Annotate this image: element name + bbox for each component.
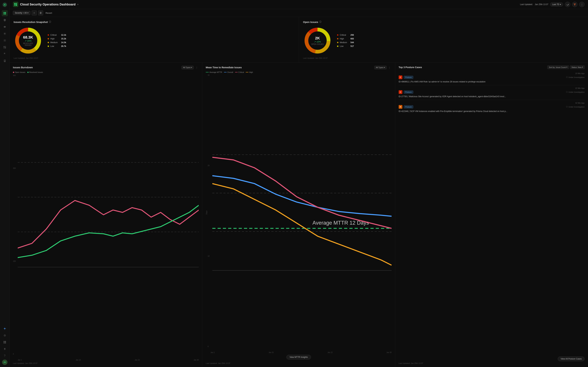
open-footer: Last Updated: Jan 25th 13:37	[303, 57, 584, 59]
sidebar-item-list[interactable]	[2, 37, 8, 43]
sidebar-item-puzzle[interactable]	[2, 51, 8, 57]
mttr-overall-legend: Overall	[224, 71, 233, 73]
svg-rect-17	[4, 61, 5, 61]
critical-dot	[48, 34, 49, 36]
burndown-header: Issues Burndown All Types ▾ ⋮	[13, 66, 199, 69]
mttr-legend: Average MTTR Overall Critical High	[206, 71, 391, 73]
dashboard: Issues Resolution Snapshot ⓘ	[9, 17, 588, 367]
case-3-status: ⓘ Under Investigation	[566, 106, 585, 108]
sidebar-item-shield[interactable]	[2, 17, 8, 23]
mttr-header: Mean Time to Remediate Issues All Types …	[206, 66, 391, 69]
mttr-type-filter[interactable]: All Types ▾	[374, 66, 386, 69]
svg-rect-9	[4, 40, 6, 41]
resolved-legend: Critical 12.1k High 15.2k Medium 14.3k	[48, 34, 66, 47]
mttr-menu-button[interactable]: ⋮	[388, 66, 392, 69]
mttr-critical-legend: Critical	[235, 71, 244, 73]
svg-rect-13	[5, 47, 6, 49]
posture-cases-list: 10 Min Ago C Posture ⓘ Under Investigati…	[399, 71, 585, 355]
view-all-posture-button[interactable]: View All Posture Cases	[558, 357, 585, 361]
resolved-issues-card: Issues Resolution Snapshot ⓘ	[9, 17, 299, 63]
resolved-donut-chart: 68.3K ↗ 20% RESOLVED ISSUES	[14, 26, 43, 55]
svg-point-6	[4, 26, 5, 27]
svg-rect-22	[5, 342, 6, 343]
chevron-down-icon: ▾	[582, 66, 583, 68]
info-icon-2[interactable]: ⓘ	[319, 20, 321, 24]
open-legend-critical: Critical 256	[337, 34, 354, 36]
high-dot	[48, 38, 49, 39]
burndown-x-axis: Jan 1 Jan 15 Jan 22 Jan 30	[13, 359, 199, 361]
posture-case-2: 22 Min Ago C Posture ⓘ Under Investigati…	[399, 85, 585, 100]
svg-rect-14	[4, 48, 5, 49]
open-critical-dot	[337, 34, 338, 36]
sidebar-item-gear[interactable]: ⚙	[2, 332, 8, 338]
burndown-legend: Open Issues Resolved Issues	[13, 71, 199, 73]
save-filter-button[interactable]	[38, 10, 43, 16]
last-updated-value: Jan 25th 13:37	[535, 3, 548, 6]
sidebar-item-help[interactable]: ?	[2, 353, 8, 359]
time-range-selector[interactable]: Last 7D ▾	[550, 2, 563, 7]
svg-rect-11	[4, 46, 5, 48]
app-logo[interactable]	[2, 2, 8, 8]
posture-case-1: 10 Min Ago C Posture ⓘ Under Investigati…	[399, 71, 585, 85]
case-2-posture-tag[interactable]: Posture	[404, 91, 413, 94]
sidebar-item-active-settings[interactable]	[2, 325, 8, 332]
svg-rect-5	[5, 13, 6, 14]
open-legend-high: High 683	[337, 38, 354, 40]
svg-rect-29	[40, 12, 41, 13]
open-issues-chart: 2K ↗ 10% OPEN ISSUES Critical 256	[303, 26, 584, 55]
open-issues-card: Open Issues ⓘ	[299, 17, 588, 63]
avg-legend-line	[206, 72, 209, 72]
sidebar-item-bell[interactable]	[2, 346, 8, 352]
posture-controls: Sort by: Issue Count ▾ Status: New ▾	[547, 66, 585, 69]
svg-point-1	[4, 4, 5, 5]
open-medium-dot	[337, 42, 338, 43]
sidebar-item-eye[interactable]	[2, 24, 8, 30]
filter-button[interactable]	[572, 2, 578, 7]
chevron-down-icon: ▾	[191, 67, 192, 69]
sidebar-item-grid[interactable]	[2, 10, 8, 16]
mttr-y-axis-label: Days	[206, 74, 208, 351]
sidebar-bottom: ⚙ ? JH	[2, 325, 8, 365]
case-1-status: ⓘ Under Investigation	[566, 76, 585, 78]
mttr-footer: Last Updated: Jan 25th 13:37	[206, 362, 391, 364]
resolved-legend-dot	[27, 72, 29, 73]
case-1-posture-tag[interactable]: Posture	[404, 76, 413, 79]
info-circle-icon-3: ⓘ	[566, 106, 568, 108]
posture-cases-card: Top 3 Posture Cases Sort by: Issue Count…	[395, 63, 588, 367]
svg-rect-21	[4, 342, 5, 343]
revert-button[interactable]: Revert	[44, 11, 53, 15]
case-1-time: 10 Min Ago	[399, 72, 585, 75]
posture-sort-filter[interactable]: Sort by: Issue Count ▾	[547, 66, 569, 69]
info-icon[interactable]: ⓘ	[49, 20, 51, 24]
resolved-footer: Last Updated: Jan 25th 13:37	[14, 57, 295, 59]
burndown-type-filter[interactable]: All Types ▾	[182, 66, 194, 69]
critical-legend-line	[235, 72, 238, 72]
more-options-button[interactable]: ⋮	[579, 2, 585, 7]
case-3-header: H Posture ⓘ Under Investigation	[399, 105, 585, 109]
sidebar-item-book[interactable]	[2, 58, 8, 64]
resolved-issues-chart: 68.3K ↗ 20% RESOLVED ISSUES Critical 12.…	[14, 26, 295, 55]
posture-status-filter[interactable]: Status: New ▾	[570, 66, 585, 69]
severity-filter[interactable]: Severity = All ▾	[13, 11, 30, 15]
header: Cloud Security Operations Dashboard ▾ La…	[9, 0, 588, 9]
legend-resolved-issues: Resolved Issues	[27, 71, 43, 73]
mttr-card: Mean Time to Remediate Issues All Types …	[202, 63, 395, 367]
refresh-button[interactable]	[565, 2, 570, 7]
delete-filter-button[interactable]	[32, 10, 37, 16]
legend-open-issues: Open Issues	[13, 71, 25, 73]
resolved-issues-title: Issues Resolution Snapshot ⓘ	[14, 20, 295, 24]
info-circle-icon: ⓘ	[566, 76, 568, 78]
burndown-menu-button[interactable]: ⋮	[195, 66, 199, 69]
sidebar-item-dashboard[interactable]	[2, 44, 8, 50]
posture-case-3: 42 Min Ago H Posture ⓘ Under Investigati…	[399, 100, 585, 115]
user-avatar[interactable]: JH	[2, 359, 8, 365]
chevron-down-icon: ▾	[566, 66, 567, 68]
view-mttr-button[interactable]: View MTTR Insights	[286, 355, 311, 359]
case-3-posture-tag[interactable]: Posture	[404, 105, 413, 108]
title-chevron-icon[interactable]: ▾	[77, 3, 78, 6]
svg-point-23	[4, 350, 5, 350]
sidebar-item-settings[interactable]	[2, 31, 8, 37]
sidebar-item-apps[interactable]	[2, 339, 8, 345]
main-content: Cloud Security Operations Dashboard ▾ La…	[9, 0, 588, 367]
mttr-high-legend: High	[246, 71, 253, 73]
